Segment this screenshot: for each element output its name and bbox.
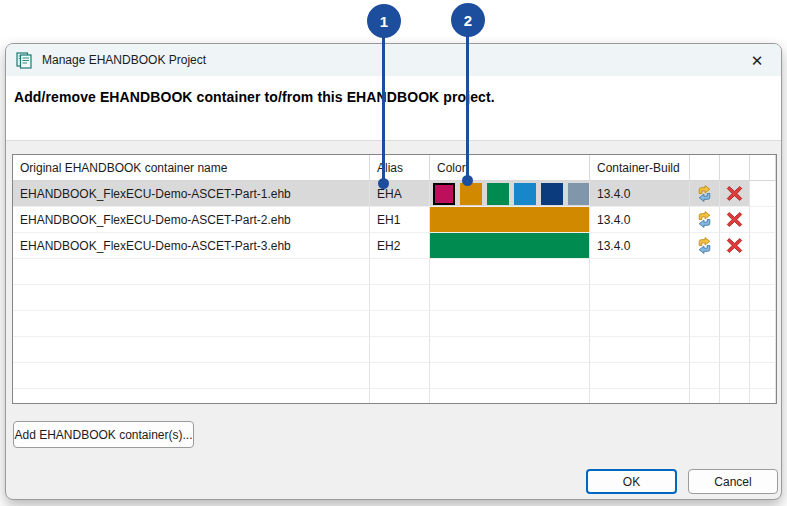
empty-cell — [590, 285, 690, 311]
empty-cell — [590, 337, 690, 363]
empty-cell — [13, 389, 370, 404]
empty-cell — [750, 389, 776, 404]
column-header-build[interactable]: Container-Build — [590, 155, 690, 181]
empty-cell — [690, 285, 720, 311]
empty-cell — [750, 311, 776, 337]
build-cell: 13.4.0 — [590, 233, 690, 259]
empty-cell — [590, 311, 690, 337]
callout-badge-1: 1 — [367, 4, 401, 38]
empty-cell — [690, 259, 720, 285]
color-swatch-gray[interactable] — [568, 183, 590, 205]
color-fill[interactable] — [430, 207, 589, 232]
empty-cell — [690, 363, 720, 389]
empty-cell — [750, 337, 776, 363]
empty-cell — [430, 285, 590, 311]
empty-cell — [720, 259, 750, 285]
empty-cell — [690, 337, 720, 363]
alias-cell[interactable]: EH2 — [370, 233, 430, 259]
build-cell: 13.4.0 — [590, 181, 690, 207]
add-container-button[interactable]: Add EHANDBOOK container(s)... — [13, 421, 194, 448]
empty-cell — [430, 259, 590, 285]
container-name-cell[interactable]: EHANDBOOK_FlexECU-Demo-ASCET-Part-2.ehb — [13, 207, 370, 233]
empty-cell — [370, 363, 430, 389]
dialog-titlebar[interactable]: Manage EHANDBOOK Project ✕ — [6, 44, 781, 76]
screenshot-stage: Manage EHANDBOOK Project ✕ Add/remove EH… — [0, 0, 787, 506]
callout-badge-2: 2 — [451, 3, 485, 37]
container-name-cell[interactable]: EHANDBOOK_FlexECU-Demo-ASCET-Part-1.ehb — [13, 181, 370, 207]
instruction-banner: Add/remove EHANDBOOK container to/from t… — [6, 76, 781, 141]
color-swatch-blue[interactable] — [514, 183, 536, 205]
color-swatch-orange[interactable] — [460, 183, 482, 205]
color-cell[interactable] — [430, 181, 590, 207]
delete-container-icon[interactable] — [726, 211, 743, 228]
dialog-title: Manage EHANDBOOK Project — [42, 53, 206, 67]
empty-cell — [13, 337, 370, 363]
ok-button[interactable]: OK — [586, 469, 677, 494]
empty-cell — [430, 311, 590, 337]
cancel-button[interactable]: Cancel — [688, 469, 778, 494]
swap-container-icon[interactable] — [696, 211, 713, 228]
empty-cell — [370, 337, 430, 363]
empty-cell — [370, 389, 430, 404]
empty-cell — [750, 363, 776, 389]
manage-ehandbook-dialog: Manage EHANDBOOK Project ✕ Add/remove EH… — [5, 43, 782, 500]
callout-2-line — [466, 35, 469, 182]
empty-cell — [370, 311, 430, 337]
empty-cell — [13, 285, 370, 311]
empty-cell — [720, 285, 750, 311]
swap-container-icon[interactable] — [696, 185, 713, 202]
color-fill[interactable] — [430, 233, 589, 258]
delete-container-icon[interactable] — [726, 237, 743, 254]
alias-cell[interactable]: EH1 — [370, 207, 430, 233]
empty-cell — [720, 337, 750, 363]
empty-cell — [720, 389, 750, 404]
column-header-filler — [750, 155, 776, 181]
column-header-alias[interactable]: Alias — [370, 155, 430, 181]
empty-cell — [430, 337, 590, 363]
empty-cell — [13, 363, 370, 389]
callout-1-dot — [378, 178, 389, 189]
empty-cell — [13, 311, 370, 337]
empty-cell — [370, 259, 430, 285]
empty-cell — [750, 259, 776, 285]
color-swatch-green[interactable] — [487, 183, 509, 205]
callout-2-dot — [462, 175, 473, 186]
filler-cell — [750, 207, 776, 233]
swap-cell[interactable] — [690, 207, 720, 233]
color-cell[interactable] — [430, 207, 590, 233]
color-cell[interactable] — [430, 233, 590, 259]
dialog-heading: Add/remove EHANDBOOK container to/from t… — [14, 89, 495, 105]
empty-cell — [690, 311, 720, 337]
ehandbook-app-icon — [16, 52, 33, 69]
swap-cell[interactable] — [690, 181, 720, 207]
swap-container-icon[interactable] — [696, 237, 713, 254]
delete-cell[interactable] — [720, 233, 750, 259]
filler-cell — [750, 181, 776, 207]
color-swatch-navy[interactable] — [541, 183, 563, 205]
empty-cell — [590, 389, 690, 404]
build-cell: 13.4.0 — [590, 207, 690, 233]
column-header-swap — [690, 155, 720, 181]
callout-1-line — [382, 36, 385, 183]
color-swatch-crimson[interactable] — [433, 183, 455, 205]
column-header-name[interactable]: Original EHANDBOOK container name — [13, 155, 370, 181]
column-header-delete — [720, 155, 750, 181]
empty-cell — [690, 389, 720, 404]
delete-cell[interactable] — [720, 207, 750, 233]
delete-container-icon[interactable] — [726, 185, 743, 202]
color-palette — [433, 183, 590, 205]
swap-cell[interactable] — [690, 233, 720, 259]
empty-cell — [720, 363, 750, 389]
empty-cell — [590, 363, 690, 389]
empty-cell — [430, 389, 590, 404]
delete-cell[interactable] — [720, 181, 750, 207]
column-header-color[interactable]: Color — [430, 155, 590, 181]
empty-cell — [13, 259, 370, 285]
container-table: Original EHANDBOOK container name Alias … — [12, 154, 777, 404]
filler-cell — [750, 233, 776, 259]
empty-cell — [750, 285, 776, 311]
empty-cell — [720, 311, 750, 337]
close-icon[interactable]: ✕ — [745, 50, 769, 71]
container-name-cell[interactable]: EHANDBOOK_FlexECU-Demo-ASCET-Part-3.ehb — [13, 233, 370, 259]
empty-cell — [590, 259, 690, 285]
